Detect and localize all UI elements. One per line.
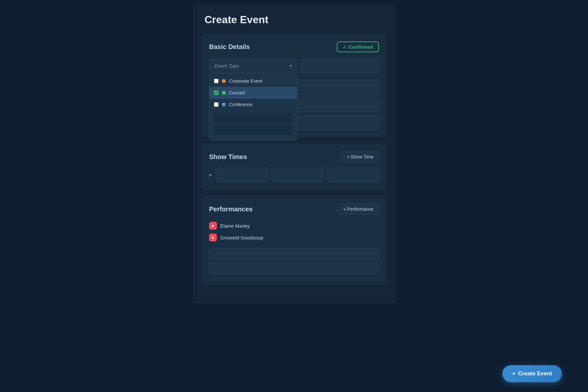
confirmed-badge-button[interactable]: ✓ Confirmed: [337, 41, 379, 52]
corporate-checkbox[interactable]: [214, 79, 219, 83]
event-type-dropdown-menu: Corporate Event Concert Conference: [209, 74, 297, 141]
time-field-1: [216, 168, 268, 182]
performance-item-0: Elaine Marley: [209, 220, 379, 232]
performance-play-icon-1[interactable]: [209, 234, 217, 241]
performance-empty-1: [209, 248, 379, 260]
performance-name-0: Elaine Marley: [220, 223, 250, 229]
performance-name-1: Griswold Goodsoup: [220, 235, 263, 240]
dropdown-empty-1: [214, 113, 292, 123]
add-performance-label: + Performance: [343, 206, 373, 212]
concert-label: Concert: [229, 90, 245, 95]
performances-header: Performances + Performance: [209, 204, 379, 215]
page-wrapper: Create Event Basic Details ✓ Confirmed E…: [0, 0, 588, 392]
performances-empty-fields: [209, 248, 379, 274]
dropdown-item-conference[interactable]: Conference: [209, 99, 297, 110]
event-type-area: Event Type ▾ Corporate Event: [209, 59, 297, 73]
main-panel: Create Event Basic Details ✓ Confirmed E…: [193, 3, 395, 303]
performance-item-1: Griswold Goodsoup: [209, 232, 379, 243]
dropdown-extras: [209, 110, 297, 139]
basic-details-card: Basic Details ✓ Confirmed Event Type ▾: [202, 34, 386, 138]
conference-label: Conference: [229, 102, 253, 107]
performances-title: Performances: [209, 205, 253, 213]
event-type-dropdown[interactable]: Event Type ▾: [209, 59, 297, 73]
add-show-time-button[interactable]: + Show Time: [341, 151, 379, 162]
performance-play-icon-0[interactable]: [209, 222, 217, 230]
show-times-card: Show Times + Show Time ▶: [202, 143, 386, 190]
time-field-2: [271, 168, 324, 182]
show-times-header: Show Times + Show Time: [209, 151, 379, 162]
basic-details-title: Basic Details: [209, 43, 250, 51]
create-event-icon: +: [512, 370, 515, 377]
time-field-3: [327, 168, 379, 182]
conference-tag-dot: [222, 103, 226, 106]
basic-details-header: Basic Details ✓ Confirmed: [209, 41, 379, 52]
chevron-down-icon: ▾: [289, 63, 292, 68]
performances-card: Performances + Performance Elaine Marley…: [202, 196, 386, 285]
add-show-time-label: + Show Time: [347, 154, 373, 159]
event-name-input[interactable]: [301, 59, 379, 73]
event-type-row: Event Type ▾ Corporate Event: [209, 59, 379, 77]
check-icon: ✓: [343, 44, 347, 50]
corporate-label: Corporate Event: [229, 78, 262, 84]
play-icon: ▶: [209, 172, 213, 177]
concert-tag-dot: [222, 91, 226, 95]
event-type-label: Event Type: [215, 63, 239, 69]
dropdown-item-corporate[interactable]: Corporate Event: [209, 75, 297, 87]
page-title: Create Event: [202, 14, 386, 26]
performance-empty-2: [209, 262, 379, 274]
create-event-label: Create Event: [518, 370, 552, 377]
show-time-row: ▶: [209, 168, 379, 182]
concert-checkbox[interactable]: [214, 90, 219, 95]
corporate-tag-dot: [222, 79, 226, 83]
dropdown-empty-2: [214, 125, 292, 135]
confirmed-label: Confirmed: [349, 44, 373, 50]
add-performance-button[interactable]: + Performance: [338, 204, 379, 215]
dropdown-item-concert[interactable]: Concert: [209, 87, 297, 99]
conference-checkbox[interactable]: [214, 102, 219, 107]
show-times-title: Show Times: [209, 153, 247, 161]
create-event-button[interactable]: + Create Event: [502, 365, 562, 382]
